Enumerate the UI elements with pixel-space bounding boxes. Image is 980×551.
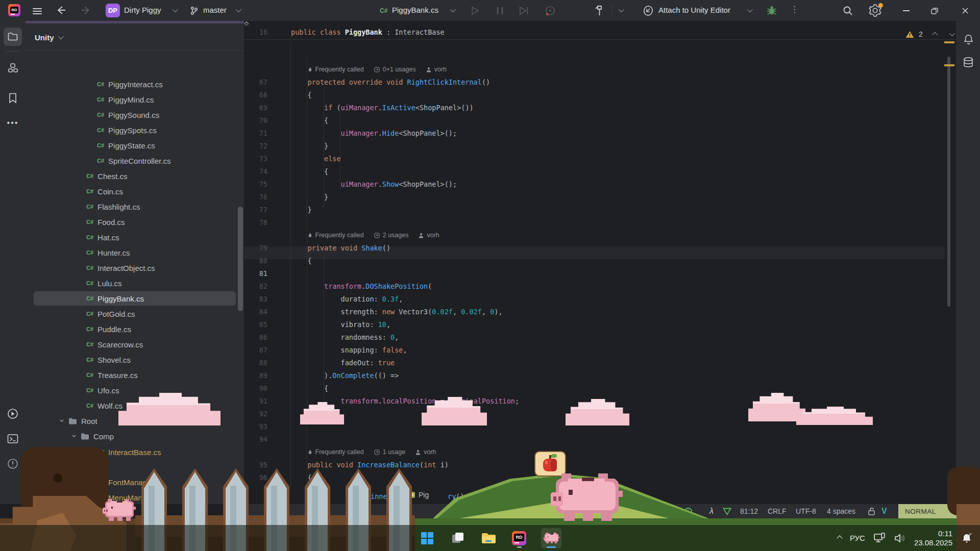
tree-item-puddle-cs[interactable]: C#Puddle.cs: [26, 321, 244, 337]
tree-item-hunter-cs[interactable]: C#Hunter.cs: [26, 245, 244, 260]
caret-position[interactable]: 81:12: [740, 504, 758, 518]
code-line-82[interactable]: transform.DOShakePosition(: [324, 280, 432, 293]
code-line-95[interactable]: public void IncreaseBalance(int i): [308, 459, 449, 471]
structure-tool-window-button[interactable]: [4, 59, 22, 77]
tree-item-food-cs[interactable]: C#Food.cs: [26, 214, 244, 230]
code-line-75[interactable]: uiManager.Show<ShopPanel>();: [341, 178, 457, 191]
pause-button[interactable]: [496, 6, 505, 16]
code-line-92[interactable]: });: [324, 408, 336, 420]
build-hammer-button[interactable]: [594, 5, 606, 17]
back-arrow-button[interactable]: [55, 6, 66, 15]
project-panel-header[interactable]: Unity: [35, 28, 62, 47]
fold-chevron-icon[interactable]: [244, 21, 956, 24]
close-button[interactable]: [953, 0, 977, 21]
editor-scrollbar[interactable]: [947, 57, 950, 307]
task-view-button[interactable]: [449, 528, 467, 548]
inspections-triangle-icon[interactable]: [723, 504, 731, 518]
tree-item-hat-cs[interactable]: C#Hat.cs: [26, 230, 244, 245]
profiler-button[interactable]: [544, 5, 556, 17]
lock-icon[interactable]: [868, 504, 875, 518]
code-line-83[interactable]: duration: 0.3f,: [341, 293, 403, 306]
run-button[interactable]: [470, 6, 480, 16]
git-branch-button[interactable]: master: [203, 6, 227, 14]
folder-chevron-icon[interactable]: [59, 418, 64, 423]
tray-chevron-button[interactable]: [837, 535, 842, 541]
prev-problem-button[interactable]: [932, 32, 938, 38]
tree-item-treasure-cs[interactable]: C#Treasure.cs: [26, 367, 244, 383]
project-name-button[interactable]: Dirty Piggy: [124, 6, 161, 14]
code-vision-inlay[interactable]: Frequently called1 usagevorh: [308, 446, 436, 459]
code-line-86[interactable]: randomness: 0,: [341, 331, 399, 344]
vim-mode-badge[interactable]: NORMAL: [898, 504, 980, 518]
more-tool-windows-button[interactable]: •••: [4, 114, 22, 132]
code-line-69[interactable]: if (uiManager.IsActive<ShopPanel>()): [324, 102, 474, 114]
tree-item-lulu-cs[interactable]: C#Lulu.cs: [26, 276, 244, 291]
tree-item-root[interactable]: Root: [26, 413, 244, 429]
tree-item-spritecontroller-cs[interactable]: C#SpriteController.cs: [26, 153, 244, 168]
project-avatar[interactable]: DP: [106, 4, 120, 17]
code-line-occluded[interactable]: inner: [371, 490, 391, 503]
tree-item-menumanager-cs[interactable]: C#MenuManager.cs: [26, 490, 244, 505]
code-line-74[interactable]: {: [324, 165, 328, 178]
notifications-bell-icon[interactable]: zz: [961, 532, 973, 544]
code-line-90[interactable]: {: [324, 382, 328, 395]
forward-arrow-button[interactable]: [81, 6, 92, 15]
main-menu-button[interactable]: [33, 7, 42, 16]
indent-setting[interactable]: 4 spaces: [827, 504, 855, 518]
tree-item-interactbase-cs[interactable]: C#InteractBase.cs: [26, 444, 244, 460]
status-green-icon[interactable]: [684, 504, 693, 518]
tree-item-piggyinteract-cs[interactable]: C#PiggyInteract.cs: [26, 77, 244, 92]
run-config-selector[interactable]: PiggyBank.cs: [392, 6, 438, 14]
project-tool-window-button[interactable]: [4, 28, 22, 46]
highlighting-level-icon[interactable]: λ: [709, 504, 714, 518]
settings-gear-button[interactable]: [869, 4, 881, 17]
tree-item-comp[interactable]: Comp: [26, 429, 244, 444]
tree-item-flashlight-cs[interactable]: C#Flashlight.cs: [26, 199, 244, 214]
code-line-88[interactable]: fadeOut: true: [341, 357, 395, 369]
tree-scrollbar[interactable]: [238, 207, 243, 311]
code-vision-inlay[interactable]: Frequently called0+1 usagesvorh: [308, 63, 447, 76]
code-line-89[interactable]: ).OnComplete(() =>: [324, 369, 399, 382]
debug-bug-button[interactable]: [766, 5, 778, 17]
more-options-button[interactable]: ⋮: [790, 4, 799, 15]
breadcrumb[interactable]: Pig: [408, 489, 429, 501]
code-line-70[interactable]: {: [324, 114, 328, 127]
file-explorer-button[interactable]: [480, 528, 497, 548]
ideavim-icon[interactable]: V: [881, 504, 887, 518]
code-line-occluded[interactable]: ();: [456, 490, 468, 503]
line-separator[interactable]: CRLF: [768, 504, 787, 518]
tree-item-ufo-cs[interactable]: C#Ufo.cs: [26, 383, 244, 398]
tree-item-piggymind-cs[interactable]: C#PiggyMind.cs: [26, 92, 244, 107]
code-line-91[interactable]: transform.localPosition = originalPositi…: [341, 395, 520, 408]
tree-item-potgold-cs[interactable]: C#PotGold.cs: [26, 306, 244, 321]
network-icon[interactable]: [873, 533, 886, 544]
sticky-code-line[interactable]: public class PiggyBank : InteractBase: [291, 26, 445, 39]
bookmarks-tool-window-button[interactable]: [4, 89, 22, 107]
problems-tool-window-button[interactable]: [4, 455, 22, 473]
tree-item-piggybank-cs[interactable]: C#PiggyBank.cs: [26, 291, 244, 306]
minimize-button[interactable]: [894, 0, 918, 21]
code-vision-inlay[interactable]: Frequently called2 usagesvorh: [308, 229, 439, 242]
tree-item-shovel-cs[interactable]: C#Shovel.cs: [26, 352, 244, 367]
code-line-occluded[interactable]: ry: [448, 490, 456, 503]
tree-item-fontmanager-cs[interactable]: C#FontManager.cs: [26, 474, 244, 490]
folder-chevron-icon[interactable]: [71, 434, 77, 439]
maximize-button[interactable]: [923, 0, 946, 21]
code-line-71[interactable]: uiManager.Hide<ShopPanel>();: [341, 127, 457, 140]
language-indicator[interactable]: РУС: [850, 534, 865, 542]
file-encoding[interactable]: UTF-8: [796, 504, 816, 518]
tree-item-wolf-cs[interactable]: C#Wolf.cs: [26, 398, 244, 413]
code-line-77[interactable]: }: [308, 204, 312, 216]
code-line-68[interactable]: {: [308, 89, 312, 102]
piggy-game-taskbar-button[interactable]: [541, 528, 561, 548]
tree-item-interactobject-cs[interactable]: C#InteractObject.cs: [26, 260, 244, 276]
code-line-87[interactable]: snapping: false,: [341, 344, 407, 357]
tree-item-piggyspots-cs[interactable]: C#PiggySpots.cs: [26, 122, 244, 138]
tree-item-chest-cs[interactable]: C#Chest.cs: [26, 168, 244, 184]
code-line-96[interactable]: {: [308, 471, 312, 484]
code-line-80[interactable]: {: [308, 255, 312, 267]
tree-item-coin-cs[interactable]: C#Coin.cs: [26, 184, 244, 199]
step-button[interactable]: [519, 6, 530, 16]
tree-item-scarecrow-cs[interactable]: C#Scarecrow.cs: [26, 337, 244, 352]
code-line-72[interactable]: }: [324, 140, 328, 153]
